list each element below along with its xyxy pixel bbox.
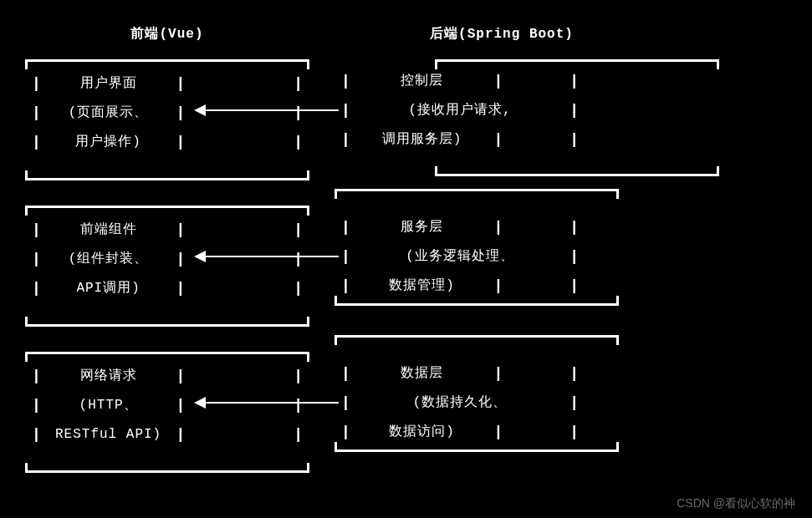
frontend-box-3: | 网络请求 | | | (HTTP、 | | | RESTful API) | xyxy=(25,352,309,473)
watermark: CSDN @看似心软的神 xyxy=(677,496,795,511)
pipe-icon: | xyxy=(294,397,303,414)
pipe-icon: | xyxy=(176,221,185,238)
architecture-diagram: 前端(Vue) 后端(Spring Boot) | 用户界面 | | | (页面… xyxy=(25,25,787,510)
pipe-icon: | xyxy=(341,73,350,89)
pipe-icon: | xyxy=(32,426,41,443)
row-1: | 用户界面 | | | (页面展示、 | | | 用户操作) | xyxy=(25,59,787,206)
pipe-icon: | xyxy=(294,280,303,297)
backend-bracket-1 xyxy=(435,59,719,176)
pipe-icon: | xyxy=(294,368,303,384)
pipe-icon: | xyxy=(176,104,185,121)
arrow-3 xyxy=(205,402,339,404)
pipe-icon: | xyxy=(294,221,303,238)
arrow-head-icon xyxy=(194,104,206,116)
arrow-head-icon xyxy=(194,251,206,262)
pipe-icon: | xyxy=(341,102,350,119)
pipe-icon: | xyxy=(176,134,185,150)
fe-line1: 网络请求 xyxy=(41,367,176,384)
fe-line3: API调用) xyxy=(41,279,176,297)
fe-line2: (HTTP、 xyxy=(41,396,176,414)
fe-line3: RESTful API) xyxy=(41,427,176,442)
fe-line1: 前端组件 xyxy=(41,221,176,238)
header-row: 前端(Vue) 后端(Spring Boot) xyxy=(25,25,787,43)
pipe-icon: | xyxy=(32,221,41,238)
fe-line2: (组件封装、 xyxy=(41,250,176,267)
fe-line1: 用户界面 xyxy=(41,74,176,92)
pipe-icon: | xyxy=(32,397,41,414)
pipe-icon: | xyxy=(294,104,303,121)
pipe-icon: | xyxy=(294,426,303,443)
pipe-icon: | xyxy=(32,75,41,92)
pipe-icon: | xyxy=(32,104,41,121)
row-2: | 前端组件 | | | (组件封装、 | | | API调用) | xyxy=(25,206,787,352)
arrow-1 xyxy=(205,109,339,111)
pipe-icon: | xyxy=(32,251,41,267)
pipe-icon: | xyxy=(176,251,185,267)
arrow-2 xyxy=(205,256,339,257)
pipe-icon: | xyxy=(294,75,303,92)
pipe-icon: | xyxy=(176,280,185,297)
pipe-icon: | xyxy=(294,134,303,150)
frontend-box-1: | 用户界面 | | | (页面展示、 | | | 用户操作) | xyxy=(25,59,309,180)
frontend-header: 前端(Vue) xyxy=(25,25,309,43)
fe-line3: 用户操作) xyxy=(41,133,176,150)
pipe-icon: | xyxy=(176,75,185,92)
pipe-icon: | xyxy=(341,131,350,148)
fe-line2: (页面展示、 xyxy=(41,104,176,121)
pipe-icon: | xyxy=(176,397,185,414)
pipe-icon: | xyxy=(32,134,41,150)
arrow-head-icon xyxy=(194,397,206,409)
pipe-icon: | xyxy=(32,280,41,297)
backend-bracket-2 xyxy=(335,189,619,306)
row-3: | 网络请求 | | | (HTTP、 | | | RESTful API) | xyxy=(25,352,787,498)
backend-header: 后端(Spring Boot) xyxy=(360,25,644,43)
pipe-icon: | xyxy=(32,368,41,384)
pipe-icon: | xyxy=(294,251,303,267)
frontend-box-2: | 前端组件 | | | (组件封装、 | | | API调用) | xyxy=(25,206,309,327)
pipe-icon: | xyxy=(176,426,185,443)
backend-bracket-3 xyxy=(335,335,619,452)
pipe-icon: | xyxy=(176,368,185,384)
